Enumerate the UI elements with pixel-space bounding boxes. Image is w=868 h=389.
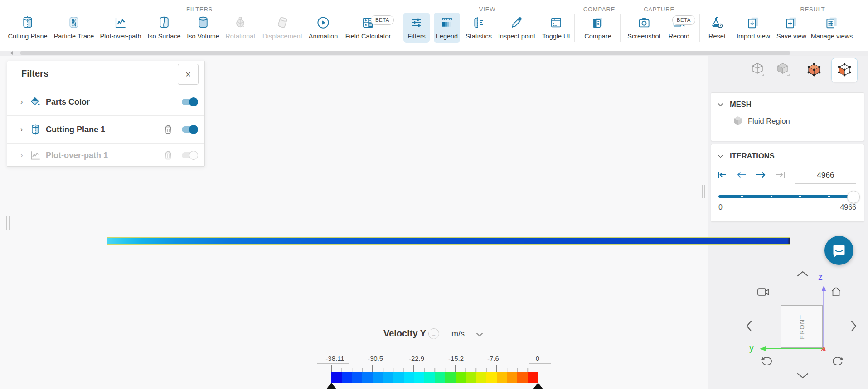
filter-row-plot-over-path-1[interactable]: › Plot-over-path 1 [7, 144, 204, 167]
toolbar-button-cutting-plane[interactable]: Cutting Plane [2, 14, 53, 40]
slider-tick [741, 196, 743, 197]
toolbar-scrollbar[interactable] [0, 51, 868, 56]
delete-filter-button[interactable] [164, 125, 173, 134]
right-panel-drag-handle[interactable] [702, 185, 706, 198]
slider-tick [828, 196, 830, 197]
section-label-result: RESULT [800, 6, 825, 13]
orange-cube-icon [806, 62, 822, 78]
colorbar-segment [507, 372, 518, 383]
max-value-underline [529, 363, 551, 364]
orbit-up-chevron[interactable] [796, 270, 809, 277]
colorbar-segment [466, 372, 476, 383]
legend-tick-label: -30.5 [368, 355, 383, 362]
toolbar: FILTERS VIEW COMPARE CAPTURE RESULT BETA… [0, 0, 868, 51]
next-iteration-button[interactable] [756, 171, 766, 179]
iteration-value-input[interactable]: 4966 [795, 171, 856, 184]
delete-filter-button [164, 150, 173, 160]
toggle-knob [189, 97, 198, 106]
rotate-cw-button[interactable] [831, 355, 845, 368]
colorbar-segment [486, 372, 497, 383]
colorbar-segment [393, 372, 404, 383]
scrollbar-thumb[interactable] [20, 51, 790, 55]
legend-min-handle[interactable] [326, 383, 336, 389]
colorbar-segment [331, 372, 342, 383]
front-face-label: FRONT [799, 314, 805, 339]
left-panel-drag-handle[interactable] [6, 216, 11, 230]
colorbar-segment [342, 372, 352, 383]
colorbar-segment [517, 372, 528, 383]
chevron-right-icon[interactable]: › [20, 151, 27, 160]
beta-badge-record: BETA [672, 15, 695, 25]
iteration-slider-knob[interactable] [847, 191, 860, 203]
colorbar-segment [445, 372, 456, 383]
legend-tick-label: -7.6 [487, 355, 499, 362]
orbit-left-chevron[interactable] [746, 320, 752, 332]
iterations-panel-header[interactable]: ITERATIONS [718, 152, 864, 160]
colorbar-segment [404, 372, 414, 383]
cutting-plane-result-surface[interactable] [107, 237, 790, 245]
mesh-panel-header[interactable]: MESH [718, 100, 864, 109]
previous-iteration-button[interactable] [737, 171, 747, 179]
chevron-right-icon[interactable]: › [20, 97, 27, 106]
view-mode-solid-button[interactable] [771, 59, 796, 81]
filters-panel-close-button[interactable]: × [178, 64, 199, 85]
rotate-ccw-button[interactable] [760, 355, 773, 368]
legend-menu-button[interactable]: ≡ [428, 328, 439, 339]
tree-connector [725, 115, 730, 122]
front-view-cube[interactable]: FRONT [781, 305, 823, 348]
legend-title: Velocity Y [383, 328, 426, 339]
colorbar-segment [456, 372, 466, 383]
legend-unit-select[interactable]: m/s [451, 329, 465, 339]
colorbar-segment [414, 372, 424, 383]
legend-max-handle[interactable] [533, 383, 543, 389]
filter-row-cutting-plane-1[interactable]: › Cutting Plane 1 [7, 116, 204, 144]
view-mode-surfaces-button[interactable] [801, 59, 827, 81]
mesh-cube-icon [733, 115, 743, 126]
legend-tick [527, 368, 528, 372]
legend-tick [538, 365, 538, 372]
toolbar-button-particle-trace[interactable]: Particle Trace [48, 14, 99, 40]
legend-tick-label: -22.9 [409, 355, 424, 362]
mesh-item-fluid-region[interactable]: Fluid Region [733, 115, 790, 126]
view-mode-wireframe-button[interactable] [745, 59, 771, 81]
scrollbar-left-arrow-icon[interactable] [10, 51, 13, 55]
view-mode-parts-button[interactable] [831, 58, 858, 82]
legend-tick [372, 365, 373, 372]
toolbar-button-compare[interactable]: Compare [572, 14, 623, 40]
support-chat-button[interactable] [824, 236, 853, 265]
close-icon: × [185, 69, 191, 80]
legend-tick [517, 368, 518, 372]
y-axis-label: y [749, 343, 754, 353]
section-label-capture: CAPTURE [644, 6, 674, 13]
chevron-right-icon[interactable]: › [20, 125, 27, 134]
colorbar-segment [362, 372, 373, 383]
cutting-plane-toggle[interactable] [182, 126, 197, 133]
legend-min-value[interactable]: -38.11 [325, 355, 344, 362]
filter-row-parts-color[interactable]: › Parts Color [7, 88, 204, 116]
beta-badge-field-calculator: BETA [371, 15, 394, 25]
plot-over-path-toggle[interactable] [182, 152, 197, 158]
filters-panel-title: Filters [21, 68, 48, 79]
app-root: FILTERS VIEW COMPARE CAPTURE RESULT BETA… [0, 0, 868, 389]
filters-panel: Filters × › Parts Color › Cutting Plane … [7, 61, 205, 167]
toolbar-button-manage-views[interactable]: Manage views [806, 14, 857, 40]
colorbar-segment [528, 372, 538, 383]
chat-icon [832, 243, 846, 258]
legend-tick [362, 368, 363, 372]
orbit-down-chevron[interactable] [796, 372, 809, 379]
iteration-slider[interactable] [718, 195, 856, 198]
legend-max-value[interactable]: 0 [536, 355, 539, 362]
chevron-down-icon [718, 103, 723, 106]
cutting-plane-icon [2, 14, 53, 31]
velocity-legend: Velocity Y ≡ m/s -38.11 -30.5 -22.9 -15.… [313, 326, 558, 389]
solid-cube-icon [776, 62, 791, 79]
toolbar-button-animation[interactable]: Animation [298, 14, 349, 40]
filter-row-label: Plot-over-path 1 [46, 151, 108, 160]
min-value-underline [317, 363, 349, 364]
parts-color-toggle[interactable] [182, 99, 197, 105]
legend-colorbar[interactable] [331, 372, 538, 383]
colorbar-segment [476, 372, 486, 383]
first-iteration-button[interactable] [718, 171, 727, 179]
iterations-panel: ITERATIONS 4966 0 4966 [711, 144, 864, 222]
chevron-down-icon[interactable] [476, 332, 483, 337]
